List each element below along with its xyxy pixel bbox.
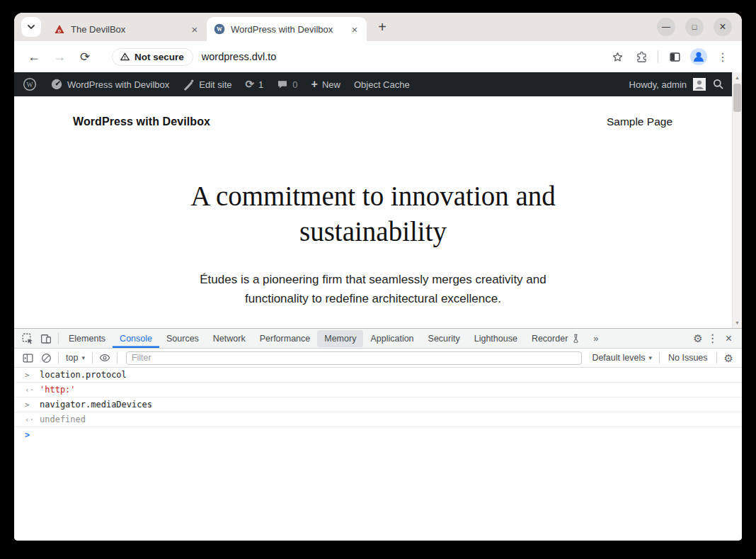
tab-devilbox[interactable]: D The DevilBox × <box>47 17 207 41</box>
console-filter-input[interactable] <box>126 351 582 365</box>
minimize-button[interactable]: — <box>657 18 675 36</box>
bookmark-star-icon[interactable] <box>607 46 628 67</box>
site-title[interactable]: WordPress with Devilbox <box>73 115 210 128</box>
live-expression-eye-icon[interactable] <box>96 349 114 366</box>
devilbox-favicon-icon: D <box>54 23 65 35</box>
tab-wordpress[interactable]: W WordPress with Devilbox × <box>207 17 367 41</box>
tab-console[interactable]: Console <box>113 329 159 348</box>
console-settings-gear-icon[interactable]: ⚙ <box>720 353 735 363</box>
browser-toolbar: ← → ⟳ Not secure wordpress.dvl.to <box>14 41 742 72</box>
profile-avatar-icon[interactable] <box>688 46 709 67</box>
console-result-row[interactable]: ‹· undefined <box>14 412 742 427</box>
clear-console-icon[interactable] <box>37 349 55 366</box>
nav-sample-page-link[interactable]: Sample Page <box>607 115 672 128</box>
wp-updates[interactable]: ⟳ 1 <box>246 78 264 91</box>
console-command-row[interactable]: > navigator.mediaDevices <box>14 397 742 412</box>
tab-memory[interactable]: Memory <box>317 330 363 347</box>
tab-search-button[interactable] <box>21 17 41 37</box>
tab-recorder-label: Recorder <box>532 334 568 344</box>
command-chevron-icon: > <box>25 400 40 410</box>
console-command-text: location.protocol <box>40 370 127 380</box>
new-tab-button[interactable]: + <box>372 17 392 37</box>
tab-security[interactable]: Security <box>421 329 467 348</box>
site-header: WordPress with Devilbox Sample Page <box>14 96 732 128</box>
tab-close-icon[interactable]: × <box>188 23 201 35</box>
console-command-row[interactable]: > location.protocol <box>14 368 742 383</box>
update-arrows-icon: ⟳ <box>246 78 255 91</box>
tab-elements[interactable]: Elements <box>62 329 113 348</box>
tab-application[interactable]: Application <box>363 329 420 348</box>
devtools-settings-gear-icon[interactable]: ⚙ <box>693 333 702 344</box>
devtools-tab-bar: Elements Console Sources Network Perform… <box>14 329 742 349</box>
tab-performance[interactable]: Performance <box>253 329 318 348</box>
svg-text:D: D <box>58 29 62 33</box>
svg-text:W: W <box>26 81 33 89</box>
scroll-down-icon[interactable]: ▼ <box>733 320 742 325</box>
tab-title: WordPress with Devilbox <box>231 24 348 35</box>
security-chip[interactable]: Not secure <box>112 48 193 66</box>
screenshot-stage: D The DevilBox × W WordPress with Devilb… <box>0 0 756 559</box>
levels-label: Default levels <box>592 353 645 363</box>
console-command-text: navigator.mediaDevices <box>40 400 152 410</box>
caret-down-icon: ▾ <box>81 354 85 361</box>
wp-site-name: WordPress with Devilbox <box>67 79 169 90</box>
console-prompt[interactable]: > <box>14 427 742 442</box>
wp-admin-bar: W WordPress with Devilbox Edit site ⟳ <box>14 72 732 96</box>
forward-button[interactable]: → <box>50 47 69 67</box>
inspect-element-icon[interactable] <box>18 330 37 347</box>
scrollbar-thumb[interactable] <box>733 84 741 112</box>
wordpress-favicon-icon: W <box>214 23 225 35</box>
devtools-controls: ⚙ ⋮ × <box>693 332 742 345</box>
devtools-panel: Elements Console Sources Network Perform… <box>14 328 742 541</box>
admin-avatar[interactable] <box>693 78 706 91</box>
wp-edit-site[interactable]: Edit site <box>183 79 231 91</box>
extensions-puzzle-icon[interactable] <box>631 46 652 67</box>
wp-comments[interactable]: 0 <box>277 79 297 90</box>
paintbrush-icon <box>183 79 195 91</box>
howdy-admin-label[interactable]: Howdy, admin <box>629 79 687 90</box>
console-toolbar-divider <box>92 352 93 363</box>
url-text[interactable]: wordpress.dvl.to <box>202 51 277 62</box>
tab-sources[interactable]: Sources <box>159 329 206 348</box>
console-sidebar-icon[interactable] <box>18 349 37 366</box>
reload-button[interactable]: ⟳ <box>75 47 95 67</box>
command-chevron-icon: > <box>25 371 40 380</box>
scroll-up-icon[interactable]: ▲ <box>733 75 742 80</box>
caret-down-icon: ▾ <box>648 354 652 361</box>
tab-recorder[interactable]: Recorder <box>525 329 588 348</box>
page-scrollbar[interactable]: ▲ ▼ <box>732 72 742 328</box>
device-toolbar-icon[interactable] <box>37 330 55 347</box>
dashboard-gauge-icon <box>50 78 63 91</box>
more-tabs-icon[interactable]: » <box>588 333 604 344</box>
back-button[interactable]: ← <box>24 47 44 67</box>
window-controls: — □ × <box>657 18 742 36</box>
tab-close-icon[interactable]: × <box>348 23 361 35</box>
wp-site-menu[interactable]: WordPress with Devilbox <box>50 78 169 91</box>
object-cache-label: Object Cache <box>354 79 410 90</box>
update-count: 1 <box>258 79 263 90</box>
tab-network[interactable]: Network <box>206 329 253 348</box>
context-selector[interactable]: top ▾ <box>62 353 89 363</box>
console-toolbar-divider <box>659 352 660 363</box>
tab-lighthouse[interactable]: Lighthouse <box>467 329 525 348</box>
comment-bubble-icon <box>277 79 288 90</box>
maximize-button[interactable]: □ <box>685 18 704 36</box>
browser-menu-kebab-icon[interactable]: ⋮ <box>712 46 733 67</box>
context-label: top <box>66 353 78 363</box>
log-levels-selector[interactable]: Default levels ▾ <box>588 353 656 363</box>
console-result-row[interactable]: ‹· 'http:' <box>14 383 742 397</box>
omnibox[interactable]: Not secure wordpress.dvl.to <box>112 48 600 66</box>
wp-new-menu[interactable]: + New <box>311 78 340 91</box>
wp-logo-icon[interactable]: W <box>23 77 37 91</box>
comment-count: 0 <box>292 79 297 90</box>
search-icon[interactable] <box>712 78 725 91</box>
side-panel-icon[interactable] <box>664 46 685 67</box>
chevron-down-icon <box>27 24 35 30</box>
close-window-button[interactable]: × <box>714 18 732 36</box>
no-issues-counter[interactable]: No Issues <box>663 353 714 363</box>
devtools-menu-kebab-icon[interactable]: ⋮ <box>707 332 718 345</box>
page-viewport: W WordPress with Devilbox Edit site ⟳ <box>14 72 742 328</box>
wp-object-cache[interactable]: Object Cache <box>354 79 410 90</box>
svg-text:W: W <box>217 26 222 33</box>
devtools-close-icon[interactable]: × <box>723 332 735 345</box>
